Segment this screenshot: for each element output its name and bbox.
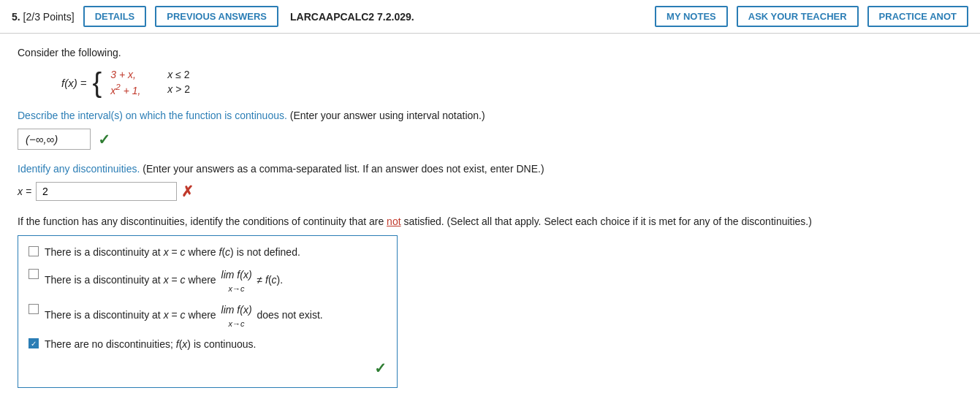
checkbox-2[interactable] xyxy=(29,269,39,279)
function-label: f(x) = xyxy=(61,77,87,89)
checkbox-row-1: There is a discontinuity at x = c where … xyxy=(29,245,387,260)
checkbox-row-4: There are no discontinuities; f(x) is co… xyxy=(29,337,387,352)
conditions-check-icon: ✓ xyxy=(29,359,387,377)
interval-answer-row: (−∞,∞) ✓ xyxy=(18,129,962,150)
conditions-box: There is a discontinuity at x = c where … xyxy=(18,235,398,388)
case1-expr: 3 + x, xyxy=(110,69,162,80)
brace-icon: { xyxy=(93,69,102,96)
piecewise-case-1: 3 + x, x ≤ 2 xyxy=(110,69,190,80)
case2-cond: x > 2 xyxy=(167,83,190,95)
checkbox-1[interactable] xyxy=(29,246,39,256)
interval-answer-box[interactable]: (−∞,∞) xyxy=(18,129,91,150)
ask-teacher-button[interactable]: ASK YOUR TEACHER xyxy=(737,6,859,27)
piecewise-case-2: x2 + 1, x > 2 xyxy=(110,82,190,96)
identify-question: Identify any discontinuities. (Enter you… xyxy=(18,163,962,175)
case2-expr: x2 + 1, xyxy=(110,82,162,96)
checkbox-1-label: There is a discontinuity at x = c where … xyxy=(45,245,300,260)
x-equals-row: x = ✗ xyxy=(18,182,962,201)
describe-question: Describe the interval(s) on which the fu… xyxy=(18,110,962,121)
checkbox-3-label: There is a discontinuity at x = c where … xyxy=(45,302,323,330)
question-number: 5. [2/3 Points] xyxy=(12,11,75,23)
practice-button[interactable]: PRACTICE ANOT xyxy=(867,6,968,27)
checkbox-3[interactable] xyxy=(29,304,39,314)
interval-check-icon: ✓ xyxy=(98,131,110,148)
piecewise-cases: 3 + x, x ≤ 2 x2 + 1, x > 2 xyxy=(110,69,190,96)
case1-cond: x ≤ 2 xyxy=(167,69,189,80)
my-notes-button[interactable]: MY NOTES xyxy=(655,6,728,27)
x-input[interactable] xyxy=(36,182,177,201)
conditions-label: If the function has any discontinuities,… xyxy=(18,214,962,229)
main-content: Consider the following. f(x) = { 3 + x, … xyxy=(0,34,980,404)
details-button[interactable]: DETAILS xyxy=(83,6,147,27)
function-block: f(x) = { 3 + x, x ≤ 2 x2 + 1, x > 2 xyxy=(61,69,962,96)
top-bar: 5. [2/3 Points] DETAILS PREVIOUS ANSWERS… xyxy=(0,0,980,34)
checkbox-4-label: There are no discontinuities; f(x) is co… xyxy=(45,337,257,352)
consider-text: Consider the following. xyxy=(18,47,962,58)
checkbox-row-2: There is a discontinuity at x = c where … xyxy=(29,267,387,295)
x-equals-label: x = xyxy=(18,186,31,197)
problem-code: LARCAAPCALC2 7.2.029. xyxy=(290,11,414,23)
checkbox-row-3: There is a discontinuity at x = c where … xyxy=(29,302,387,330)
checkbox-2-label: There is a discontinuity at x = c where … xyxy=(45,267,283,295)
x-wrong-icon: ✗ xyxy=(181,183,194,200)
checkbox-4[interactable] xyxy=(29,338,39,348)
previous-answers-button[interactable]: PREVIOUS ANSWERS xyxy=(155,6,278,27)
